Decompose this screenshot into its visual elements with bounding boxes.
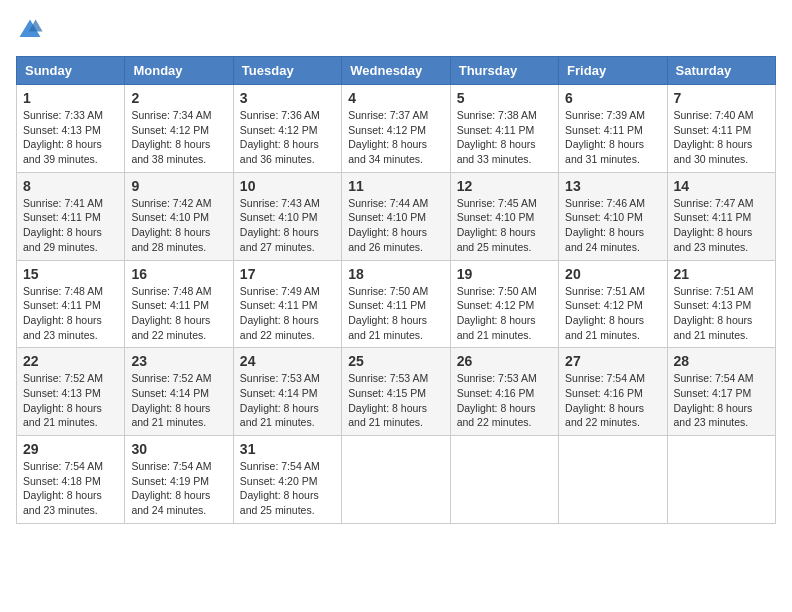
day-info: Sunrise: 7:36 AM Sunset: 4:12 PM Dayligh… (240, 109, 320, 165)
day-info: Sunrise: 7:39 AM Sunset: 4:11 PM Dayligh… (565, 109, 645, 165)
calendar-header-thursday: Thursday (450, 57, 558, 85)
calendar-cell (559, 436, 667, 524)
day-info: Sunrise: 7:44 AM Sunset: 4:10 PM Dayligh… (348, 197, 428, 253)
day-number: 11 (348, 178, 443, 194)
calendar-header-monday: Monday (125, 57, 233, 85)
calendar-cell: 24 Sunrise: 7:53 AM Sunset: 4:14 PM Dayl… (233, 348, 341, 436)
page-header (16, 16, 776, 44)
calendar-header-row: SundayMondayTuesdayWednesdayThursdayFrid… (17, 57, 776, 85)
day-info: Sunrise: 7:50 AM Sunset: 4:12 PM Dayligh… (457, 285, 537, 341)
day-number: 21 (674, 266, 769, 282)
day-info: Sunrise: 7:33 AM Sunset: 4:13 PM Dayligh… (23, 109, 103, 165)
calendar-cell: 10 Sunrise: 7:43 AM Sunset: 4:10 PM Dayl… (233, 172, 341, 260)
day-number: 9 (131, 178, 226, 194)
day-info: Sunrise: 7:54 AM Sunset: 4:17 PM Dayligh… (674, 372, 754, 428)
day-number: 23 (131, 353, 226, 369)
calendar-cell: 30 Sunrise: 7:54 AM Sunset: 4:19 PM Dayl… (125, 436, 233, 524)
day-number: 20 (565, 266, 660, 282)
calendar-week-2: 8 Sunrise: 7:41 AM Sunset: 4:11 PM Dayli… (17, 172, 776, 260)
day-number: 29 (23, 441, 118, 457)
calendar-cell: 1 Sunrise: 7:33 AM Sunset: 4:13 PM Dayli… (17, 85, 125, 173)
day-info: Sunrise: 7:53 AM Sunset: 4:16 PM Dayligh… (457, 372, 537, 428)
day-number: 12 (457, 178, 552, 194)
calendar-cell: 4 Sunrise: 7:37 AM Sunset: 4:12 PM Dayli… (342, 85, 450, 173)
calendar-cell: 25 Sunrise: 7:53 AM Sunset: 4:15 PM Dayl… (342, 348, 450, 436)
calendar-cell: 29 Sunrise: 7:54 AM Sunset: 4:18 PM Dayl… (17, 436, 125, 524)
day-number: 1 (23, 90, 118, 106)
day-info: Sunrise: 7:51 AM Sunset: 4:12 PM Dayligh… (565, 285, 645, 341)
calendar-week-1: 1 Sunrise: 7:33 AM Sunset: 4:13 PM Dayli… (17, 85, 776, 173)
day-info: Sunrise: 7:49 AM Sunset: 4:11 PM Dayligh… (240, 285, 320, 341)
calendar-cell: 6 Sunrise: 7:39 AM Sunset: 4:11 PM Dayli… (559, 85, 667, 173)
day-info: Sunrise: 7:47 AM Sunset: 4:11 PM Dayligh… (674, 197, 754, 253)
calendar-cell: 27 Sunrise: 7:54 AM Sunset: 4:16 PM Dayl… (559, 348, 667, 436)
calendar-cell: 8 Sunrise: 7:41 AM Sunset: 4:11 PM Dayli… (17, 172, 125, 260)
day-info: Sunrise: 7:54 AM Sunset: 4:16 PM Dayligh… (565, 372, 645, 428)
day-number: 25 (348, 353, 443, 369)
calendar-cell: 18 Sunrise: 7:50 AM Sunset: 4:11 PM Dayl… (342, 260, 450, 348)
day-info: Sunrise: 7:42 AM Sunset: 4:10 PM Dayligh… (131, 197, 211, 253)
day-info: Sunrise: 7:50 AM Sunset: 4:11 PM Dayligh… (348, 285, 428, 341)
calendar-week-5: 29 Sunrise: 7:54 AM Sunset: 4:18 PM Dayl… (17, 436, 776, 524)
calendar-cell: 11 Sunrise: 7:44 AM Sunset: 4:10 PM Dayl… (342, 172, 450, 260)
day-number: 8 (23, 178, 118, 194)
day-info: Sunrise: 7:52 AM Sunset: 4:13 PM Dayligh… (23, 372, 103, 428)
day-info: Sunrise: 7:45 AM Sunset: 4:10 PM Dayligh… (457, 197, 537, 253)
calendar-cell: 2 Sunrise: 7:34 AM Sunset: 4:12 PM Dayli… (125, 85, 233, 173)
calendar-cell: 17 Sunrise: 7:49 AM Sunset: 4:11 PM Dayl… (233, 260, 341, 348)
day-number: 24 (240, 353, 335, 369)
calendar-cell: 5 Sunrise: 7:38 AM Sunset: 4:11 PM Dayli… (450, 85, 558, 173)
day-number: 4 (348, 90, 443, 106)
day-number: 15 (23, 266, 118, 282)
calendar-cell: 14 Sunrise: 7:47 AM Sunset: 4:11 PM Dayl… (667, 172, 775, 260)
calendar-week-3: 15 Sunrise: 7:48 AM Sunset: 4:11 PM Dayl… (17, 260, 776, 348)
day-info: Sunrise: 7:38 AM Sunset: 4:11 PM Dayligh… (457, 109, 537, 165)
calendar-cell: 23 Sunrise: 7:52 AM Sunset: 4:14 PM Dayl… (125, 348, 233, 436)
day-number: 2 (131, 90, 226, 106)
calendar-cell: 12 Sunrise: 7:45 AM Sunset: 4:10 PM Dayl… (450, 172, 558, 260)
calendar-cell: 9 Sunrise: 7:42 AM Sunset: 4:10 PM Dayli… (125, 172, 233, 260)
day-info: Sunrise: 7:37 AM Sunset: 4:12 PM Dayligh… (348, 109, 428, 165)
day-number: 14 (674, 178, 769, 194)
day-number: 18 (348, 266, 443, 282)
calendar-header-sunday: Sunday (17, 57, 125, 85)
day-number: 13 (565, 178, 660, 194)
calendar-week-4: 22 Sunrise: 7:52 AM Sunset: 4:13 PM Dayl… (17, 348, 776, 436)
calendar-cell (342, 436, 450, 524)
calendar-cell (450, 436, 558, 524)
day-info: Sunrise: 7:48 AM Sunset: 4:11 PM Dayligh… (23, 285, 103, 341)
day-number: 17 (240, 266, 335, 282)
calendar-cell: 20 Sunrise: 7:51 AM Sunset: 4:12 PM Dayl… (559, 260, 667, 348)
day-number: 30 (131, 441, 226, 457)
calendar-cell (667, 436, 775, 524)
day-number: 7 (674, 90, 769, 106)
day-number: 19 (457, 266, 552, 282)
day-number: 28 (674, 353, 769, 369)
calendar-cell: 28 Sunrise: 7:54 AM Sunset: 4:17 PM Dayl… (667, 348, 775, 436)
logo-icon (16, 16, 44, 44)
day-info: Sunrise: 7:53 AM Sunset: 4:14 PM Dayligh… (240, 372, 320, 428)
calendar-cell: 13 Sunrise: 7:46 AM Sunset: 4:10 PM Dayl… (559, 172, 667, 260)
day-number: 16 (131, 266, 226, 282)
day-info: Sunrise: 7:51 AM Sunset: 4:13 PM Dayligh… (674, 285, 754, 341)
day-number: 5 (457, 90, 552, 106)
calendar-cell: 7 Sunrise: 7:40 AM Sunset: 4:11 PM Dayli… (667, 85, 775, 173)
calendar-header-wednesday: Wednesday (342, 57, 450, 85)
calendar-cell: 26 Sunrise: 7:53 AM Sunset: 4:16 PM Dayl… (450, 348, 558, 436)
day-info: Sunrise: 7:54 AM Sunset: 4:18 PM Dayligh… (23, 460, 103, 516)
logo (16, 16, 48, 44)
day-info: Sunrise: 7:34 AM Sunset: 4:12 PM Dayligh… (131, 109, 211, 165)
day-number: 3 (240, 90, 335, 106)
calendar-header-saturday: Saturday (667, 57, 775, 85)
calendar-cell: 19 Sunrise: 7:50 AM Sunset: 4:12 PM Dayl… (450, 260, 558, 348)
day-info: Sunrise: 7:54 AM Sunset: 4:20 PM Dayligh… (240, 460, 320, 516)
day-info: Sunrise: 7:41 AM Sunset: 4:11 PM Dayligh… (23, 197, 103, 253)
calendar-header-tuesday: Tuesday (233, 57, 341, 85)
calendar-cell: 31 Sunrise: 7:54 AM Sunset: 4:20 PM Dayl… (233, 436, 341, 524)
calendar-cell: 16 Sunrise: 7:48 AM Sunset: 4:11 PM Dayl… (125, 260, 233, 348)
day-info: Sunrise: 7:48 AM Sunset: 4:11 PM Dayligh… (131, 285, 211, 341)
day-info: Sunrise: 7:52 AM Sunset: 4:14 PM Dayligh… (131, 372, 211, 428)
calendar-cell: 22 Sunrise: 7:52 AM Sunset: 4:13 PM Dayl… (17, 348, 125, 436)
day-number: 27 (565, 353, 660, 369)
day-number: 6 (565, 90, 660, 106)
